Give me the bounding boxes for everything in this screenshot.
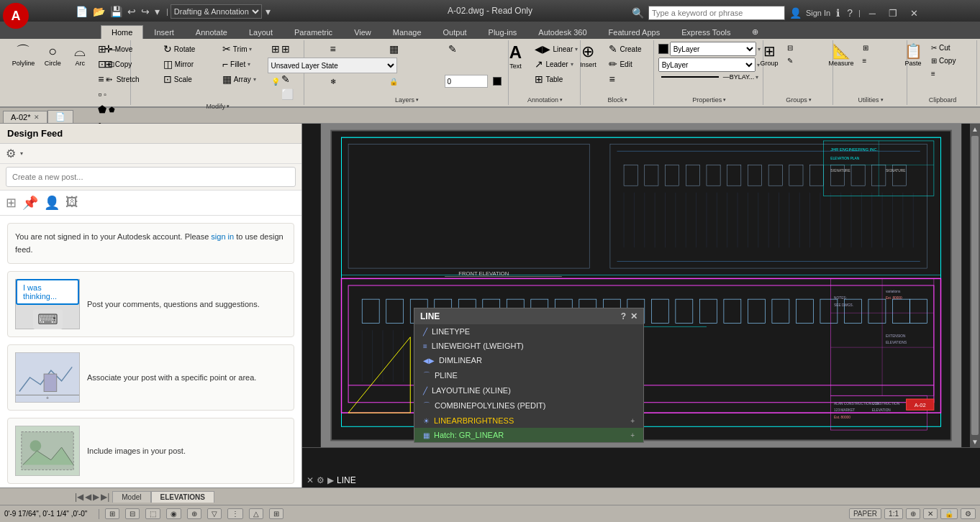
create-btn[interactable]: ✎Create bbox=[605, 42, 663, 56]
autocomplete-item-hatch-grlinear[interactable]: ▦ Hatch: GR_LINEAR + bbox=[414, 428, 643, 442]
autocomplete-item-linearbrightness[interactable]: ☀ LINEARBRIGHTNESS + bbox=[414, 413, 643, 428]
tab-add[interactable]: ⊕ bbox=[741, 24, 769, 39]
tab-featured[interactable]: Featured Apps bbox=[598, 25, 671, 39]
df-action-user[interactable]: 👤 bbox=[44, 195, 60, 211]
layer-freeze-btn[interactable]: ❄ bbox=[327, 75, 384, 88]
minimize-btn[interactable]: ─ bbox=[865, 6, 880, 20]
df-settings-btn[interactable]: ⚙ bbox=[6, 147, 16, 160]
line-btn[interactable]: ╱ Line bbox=[0, 42, 7, 69]
edit-ref-btn[interactable]: ✏Edit bbox=[605, 57, 663, 71]
move-btn[interactable]: ✛Move bbox=[101, 42, 158, 56]
cmd-input-field[interactable] bbox=[337, 475, 976, 485]
workspace-dd-arrow[interactable]: ▾ bbox=[264, 4, 272, 19]
df-action-image[interactable]: 🖼 bbox=[65, 195, 78, 211]
profile-icon[interactable]: 👤 bbox=[789, 7, 802, 19]
arc-btn[interactable]: ⌓ Arc bbox=[67, 42, 93, 69]
polyline-btn[interactable]: ⌒ Polyline bbox=[9, 42, 39, 69]
paste-btn[interactable]: 📋 Paste bbox=[900, 42, 926, 69]
df-action-area[interactable]: ⊞ bbox=[6, 195, 17, 211]
signin-link[interactable]: sign in bbox=[211, 232, 234, 241]
utilities-group-label[interactable]: Utilities ▾ bbox=[858, 95, 884, 104]
layer-extra-btn[interactable]: ✎ bbox=[445, 42, 502, 56]
autocomplete-close-btn[interactable]: ✕ bbox=[630, 311, 638, 321]
autocomplete-help-btn[interactable]: ? bbox=[621, 311, 626, 321]
annotation-group-label[interactable]: Annotation ▾ bbox=[527, 95, 563, 104]
signin-label[interactable]: Sign In bbox=[806, 9, 830, 17]
tab-view[interactable]: View bbox=[343, 25, 382, 39]
tab-home[interactable]: Home bbox=[101, 25, 143, 39]
qat-undo[interactable]: ↩ bbox=[126, 4, 137, 19]
match-prop-btn[interactable]: ≡ bbox=[927, 68, 980, 80]
measure-btn[interactable]: 📐 Measure bbox=[825, 42, 858, 69]
tab-express[interactable]: Express Tools bbox=[671, 25, 741, 39]
status-grid-btn[interactable]: ⊟ bbox=[125, 508, 140, 519]
autocomplete-item-linetype[interactable]: ╱ LINETYPE bbox=[414, 324, 643, 339]
qat-new[interactable]: 📄 bbox=[74, 4, 89, 19]
rotate-btn[interactable]: ↻Rotate bbox=[160, 42, 217, 56]
qat-dd[interactable]: ▾ bbox=[153, 4, 161, 19]
status-hardware-btn[interactable]: ⚙ bbox=[961, 508, 976, 519]
tab-insert[interactable]: Insert bbox=[143, 25, 185, 39]
status-zoom-btn[interactable]: ⊕ bbox=[906, 508, 920, 519]
drawing-area[interactable]: JHR ENGINEERING INC. ELEVATION PLAN SIGN… bbox=[302, 124, 980, 487]
layer-name-input[interactable] bbox=[445, 75, 488, 88]
text-btn[interactable]: A Text bbox=[501, 42, 530, 72]
status-lweight-btn[interactable]: ⊞ bbox=[269, 508, 283, 519]
autocomplete-item-layoutline[interactable]: ╱ LAYOUTLINE (XLINE) bbox=[414, 383, 643, 398]
color-dropdown[interactable]: ByLayer bbox=[670, 42, 756, 56]
autocomplete-item-dimlinear[interactable]: ◀▶ DIMLINEAR bbox=[414, 353, 643, 367]
status-dyn-btn[interactable]: △ bbox=[249, 508, 263, 519]
status-ducs-btn[interactable]: ⋮ bbox=[227, 508, 243, 519]
status-polar-btn[interactable]: ◉ bbox=[166, 508, 181, 519]
search-icon[interactable]: 🔍 bbox=[632, 7, 644, 19]
properties-group-label[interactable]: Properties ▾ bbox=[692, 95, 726, 104]
close-btn[interactable]: ✕ bbox=[906, 6, 922, 20]
doc-tab-a02-close[interactable]: ✕ bbox=[34, 114, 40, 121]
doc-tab-a02[interactable]: A-02* ✕ bbox=[3, 111, 47, 123]
layout-nav-prev[interactable]: ◀ bbox=[85, 492, 91, 502]
status-otrack-btn[interactable]: ▽ bbox=[207, 508, 222, 519]
workspace-dropdown[interactable]: Drafting & Annotation bbox=[171, 4, 262, 19]
cmd-settings-btn[interactable]: ⚙ bbox=[317, 475, 325, 485]
status-scale-btn[interactable]: 1:1 bbox=[884, 508, 903, 519]
qat-open[interactable]: 📂 bbox=[91, 4, 106, 19]
tab-parametric[interactable]: Parametric bbox=[283, 25, 343, 39]
clipboard-group-label[interactable]: Clipboard bbox=[929, 95, 957, 104]
circle-btn[interactable]: ○ Circle bbox=[40, 42, 65, 69]
app-button[interactable]: A bbox=[3, 3, 29, 29]
scale-btn[interactable]: ⊡Scale bbox=[160, 72, 217, 86]
tab-autodesk360[interactable]: Autodesk 360 bbox=[527, 25, 597, 39]
block-group-label[interactable]: Block ▾ bbox=[607, 95, 627, 104]
help-btn[interactable]: ? bbox=[845, 6, 854, 20]
layer-state-btn[interactable]: ≡ bbox=[327, 42, 384, 56]
layout-nav-first[interactable]: |◀ bbox=[75, 492, 83, 502]
status-osnap-btn[interactable]: ⊕ bbox=[187, 508, 201, 519]
scroll-thumb[interactable] bbox=[971, 136, 979, 435]
layers-group-label[interactable]: Layers ▾ bbox=[395, 95, 419, 104]
scroll-up-btn[interactable]: ▲ bbox=[970, 124, 980, 134]
autocomplete-item-pline[interactable]: ⌒ PLINE bbox=[414, 367, 643, 383]
groups-group-label[interactable]: Groups ▾ bbox=[786, 95, 812, 104]
df-settings-dd[interactable]: ▾ bbox=[20, 150, 23, 157]
tab-annotate[interactable]: Annotate bbox=[185, 25, 238, 39]
layer-dd-btn[interactable]: ▦ bbox=[386, 42, 443, 56]
doc-tab-new[interactable]: 📄 bbox=[47, 110, 73, 123]
copy-clip-btn[interactable]: ⊞Copy bbox=[927, 55, 980, 67]
layer-on-btn[interactable]: 💡 bbox=[268, 75, 325, 88]
layout-nav-next[interactable]: ▶ bbox=[93, 492, 99, 502]
layout-nav-last[interactable]: ▶| bbox=[101, 492, 109, 502]
status-ortho-btn[interactable]: ⬚ bbox=[145, 508, 160, 519]
layout-tab-elevations[interactable]: ELEVATIONS bbox=[151, 491, 214, 503]
cut-btn[interactable]: ✂Cut bbox=[927, 42, 980, 54]
tab-plugins[interactable]: Plug-ins bbox=[478, 25, 528, 39]
linetype-dropdown[interactable]: ByLayer bbox=[658, 58, 756, 72]
layout-tab-model[interactable]: Model bbox=[112, 491, 150, 503]
block-extra-btn[interactable]: ≡ bbox=[605, 72, 663, 86]
group-btn[interactable]: ⊞ Group bbox=[756, 42, 782, 69]
cmd-cancel-btn[interactable]: ✕ bbox=[307, 475, 314, 485]
qat-redo[interactable]: ↪ bbox=[140, 4, 151, 19]
stretch-btn[interactable]: ↔Stretch bbox=[101, 72, 158, 86]
tab-layout[interactable]: Layout bbox=[238, 25, 283, 39]
df-action-pin[interactable]: 📌 bbox=[22, 195, 38, 211]
new-post-input[interactable] bbox=[6, 167, 296, 187]
